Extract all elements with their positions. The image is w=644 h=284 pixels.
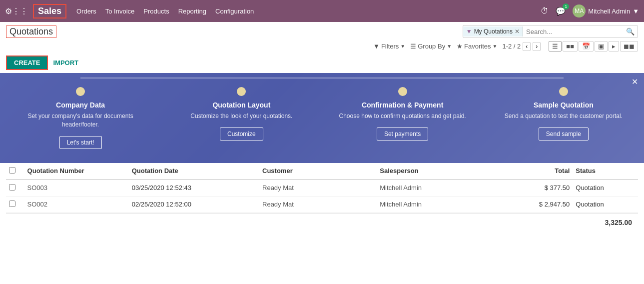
filters-button[interactable]: ▼ Filters ▼ [373,42,405,50]
grid-icon[interactable]: ⚙⋮⋮ [5,6,28,16]
subheader-left: Quotations [6,26,56,38]
col-header-number[interactable]: Quotation Number [24,163,129,180]
banner-close-button[interactable]: ✕ [632,77,638,86]
step-dot-1 [76,87,85,96]
avatar: MA [573,4,586,18]
search-tag-close[interactable]: ✕ [515,28,520,35]
view-icons: ☰ ■■ 📅 ▣ ▸ ◼◼ [549,41,638,52]
col-header-salesperson[interactable]: Salesperson [377,163,507,180]
row-salesperson-1[interactable]: Mitchell Admin [377,196,507,212]
user-name: Mitchell Admin [588,8,630,15]
user-dropdown-icon: ▼ [633,8,639,15]
row-checkbox-0[interactable] [9,184,15,190]
kanban-view-button[interactable]: ■■ [563,41,578,52]
select-all-checkbox[interactable] [9,167,15,174]
step-confirmation-payment: Confirmation & Payment Choose how to con… [332,87,474,149]
chart-view-button[interactable]: ▸ [609,41,619,52]
quotations-table: Quotation Number Quotation Date Customer… [0,163,644,232]
step-desc-1: Set your company's data for documents he… [9,112,151,129]
row-number-0[interactable]: SO003 [24,180,129,196]
groupby-arrow: ▼ [447,44,452,49]
chat-icon[interactable]: 💬 1 [556,6,566,16]
next-page-button[interactable]: › [533,42,541,51]
row-customer-1[interactable]: Ready Mat [259,196,377,212]
nav-to-invoice[interactable]: To Invoice [105,8,135,15]
search-input[interactable] [523,26,623,38]
step-title-3: Confirmation & Payment [362,101,443,109]
col-header-total[interactable]: Total [508,163,573,180]
row-number-1[interactable]: SO002 [24,196,129,212]
search-bar: ▼ My Quotations ✕ 🔍 [463,25,638,38]
star-icon: ★ [457,42,463,50]
table-row: SO003 03/25/2020 12:52:43 Ready Mat Mitc… [6,180,638,196]
app-title[interactable]: Sales [33,4,66,18]
step-btn-1[interactable]: Let's start! [59,136,102,149]
row-salesperson-0[interactable]: Mitchell Admin [377,180,507,196]
search-tag-label: My Quotations [474,28,513,35]
filter-funnel-icon: ▼ [466,28,472,35]
nav-products[interactable]: Products [143,8,169,15]
user-menu[interactable]: MA Mitchell Admin ▼ [573,4,639,18]
subheader-right: ▼ My Quotations ✕ 🔍 [463,25,638,38]
pagination-text: 1-2 / 2 [502,42,521,50]
nav-right: ⏱ 💬 1 MA Mitchell Admin ▼ [541,4,639,18]
row-total-0: $ 377.50 [508,180,573,196]
top-nav: ⚙⋮⋮ Sales Orders To Invoice Products Rep… [0,0,644,22]
row-status-0: Quotation [573,180,638,196]
search-tag: ▼ My Quotations ✕ [463,26,523,36]
banner-steps: Company Data Set your company's data for… [0,87,644,149]
favorites-label: Favorites [464,42,491,50]
groupby-icon: ☰ [410,42,416,50]
action-bar: CREATE IMPORT [0,54,644,73]
pivot-view-button[interactable]: ▣ [595,41,608,52]
col-header-customer[interactable]: Customer [259,163,377,180]
step-btn-4[interactable]: Send sample [539,128,589,140]
step-dot-3 [398,87,407,96]
col-header-date[interactable]: Quotation Date [129,163,259,180]
table-row: SO002 02/25/2020 12:52:00 Ready Mat Mitc… [6,196,638,212]
import-button[interactable]: IMPORT [53,59,78,66]
nav-reporting[interactable]: Reporting [178,8,206,15]
prev-page-button[interactable]: ‹ [523,42,531,51]
row-date-1: 02/25/2020 12:52:00 [129,196,259,212]
step-desc-3: Choose how to confirm quotations and get… [339,112,466,120]
row-customer-0[interactable]: Ready Mat [259,180,377,196]
nav-links: Orders To Invoice Products Reporting Con… [76,8,541,15]
pagination: 1-2 / 2 ‹ › [502,42,541,51]
row-total-1: $ 2,947.50 [508,196,573,212]
page-title: Quotations [6,26,56,38]
search-button[interactable]: 🔍 [623,26,638,38]
activity-view-button[interactable]: ◼◼ [620,41,638,52]
step-btn-2[interactable]: Customize [220,128,263,140]
step-company-data: Company Data Set your company's data for… [9,87,151,149]
col-header-status[interactable]: Status [573,163,638,180]
step-title-2: Quotation Layout [212,101,270,109]
row-status-1: Quotation [573,196,638,212]
nav-orders[interactable]: Orders [76,8,96,15]
calendar-view-button[interactable]: 📅 [579,41,594,52]
nav-configuration[interactable]: Configuration [215,8,254,15]
filters-arrow: ▼ [400,44,405,49]
chat-badge: 1 [563,4,569,10]
step-desc-2: Customize the look of your quotations. [190,112,292,120]
filter-bar: ▼ Filters ▼ ☰ Group By ▼ ★ Favorites ▼ 1… [0,40,644,54]
step-dot-2 [237,87,246,96]
row-checkbox-1[interactable] [9,200,15,207]
total-row: 3,325.00 [6,213,638,232]
step-title-4: Sample Quotation [534,101,594,109]
step-title-1: Company Data [56,101,105,109]
favorites-button[interactable]: ★ Favorites ▼ [457,42,497,50]
groupby-button[interactable]: ☰ Group By ▼ [410,42,452,50]
groupby-label: Group By [418,42,445,50]
row-date-0: 03/25/2020 12:52:43 [129,180,259,196]
create-button[interactable]: CREATE [6,56,48,70]
step-desc-4: Send a quotation to test the customer po… [505,112,623,120]
select-all-header [6,163,24,180]
step-sample-quotation: Sample Quotation Send a quotation to tes… [493,87,635,149]
list-view-button[interactable]: ☰ [549,41,562,52]
step-btn-3[interactable]: Set payments [377,128,428,140]
favorites-arrow: ▼ [493,44,498,49]
step-line [80,78,564,78]
subheader: Quotations ▼ My Quotations ✕ 🔍 [0,22,644,40]
clock-icon[interactable]: ⏱ [541,6,549,16]
